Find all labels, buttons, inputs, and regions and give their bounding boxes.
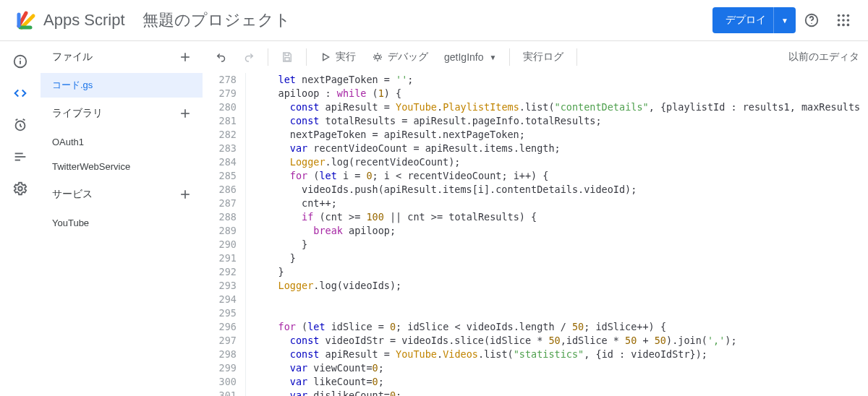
- execution-log-button[interactable]: 実行ログ: [516, 44, 571, 70]
- library-item[interactable]: TwitterWebService: [41, 154, 203, 178]
- gear-icon: [12, 181, 28, 197]
- line-number: 289: [203, 224, 237, 238]
- file-item-code-gs[interactable]: コード.gs: [41, 73, 203, 98]
- editor-toolbar: 実行 デバッグ getIgInfo ▼ 実行ログ 以前のエディタ: [203, 41, 868, 73]
- line-number: 294: [203, 293, 237, 306]
- function-select[interactable]: getIgInfo ▼: [437, 51, 503, 63]
- play-icon: [320, 51, 331, 63]
- code-line[interactable]: }: [255, 238, 868, 251]
- libraries-header: ライブラリ: [41, 98, 203, 129]
- code-editor[interactable]: 2782792802812822832842852862872882892902…: [203, 73, 868, 396]
- legacy-editor-link[interactable]: 以前のエディタ: [788, 51, 862, 64]
- line-number: 298: [203, 348, 237, 361]
- svg-point-2: [838, 14, 841, 17]
- toolbar-separator: [576, 48, 577, 66]
- svg-point-8: [838, 24, 841, 27]
- rail-triggers[interactable]: [6, 111, 35, 139]
- save-icon: [281, 51, 294, 64]
- line-number: 286: [203, 183, 237, 197]
- code-line[interactable]: const apiResult = YouTube.PlaylistItems.…: [255, 100, 868, 114]
- code-line[interactable]: var recentVideoCount = apiResult.items.l…: [255, 142, 868, 155]
- svg-point-27: [375, 55, 379, 59]
- help-button[interactable]: [796, 4, 827, 36]
- svg-point-9: [842, 24, 845, 27]
- debug-icon: [372, 51, 383, 63]
- line-number: 296: [203, 320, 237, 334]
- add-file-button[interactable]: [175, 47, 195, 67]
- apps-script-logo-icon: [14, 9, 38, 32]
- svg-point-4: [847, 14, 850, 17]
- left-rail: [0, 40, 41, 396]
- code-line[interactable]: var viewCount=0;: [255, 361, 868, 375]
- code-line[interactable]: const videoIdStr = videoIds.slice(idSlic…: [255, 334, 868, 348]
- plus-icon: [178, 50, 192, 64]
- debug-label: デバッグ: [388, 51, 428, 64]
- code-line[interactable]: var likeCount=0;: [255, 375, 868, 389]
- apps-launcher-button[interactable]: [827, 4, 859, 36]
- plus-icon: [178, 187, 192, 202]
- toolbar-separator: [509, 48, 510, 66]
- debug-button[interactable]: デバッグ: [365, 44, 435, 70]
- line-number: 299: [203, 361, 237, 375]
- code-icon: [12, 85, 28, 101]
- svg-point-5: [838, 19, 841, 22]
- code-line[interactable]: [255, 293, 868, 306]
- line-number: 297: [203, 334, 237, 348]
- rail-editor[interactable]: [6, 79, 35, 108]
- apps-grid-icon: [835, 12, 851, 28]
- code-line[interactable]: for (let idSlice = 0; idSlice < videoIds…: [255, 320, 868, 334]
- service-item[interactable]: YouTube: [41, 210, 203, 235]
- files-header: ファイル: [41, 41, 203, 73]
- line-number: 301: [203, 389, 237, 396]
- code-line[interactable]: cnt++;: [255, 197, 868, 210]
- deploy-divider: [773, 7, 774, 33]
- redo-button[interactable]: [236, 44, 262, 70]
- code-line[interactable]: [255, 306, 868, 320]
- code-line[interactable]: apiloop : while (1) {: [255, 87, 868, 100]
- files-label: ファイル: [52, 51, 93, 64]
- line-number: 280: [203, 100, 237, 114]
- line-number: 278: [203, 73, 237, 87]
- project-title[interactable]: 無題のプロジェクト: [142, 9, 291, 31]
- rail-settings[interactable]: [6, 174, 35, 203]
- services-label: サービス: [52, 188, 93, 201]
- code-line[interactable]: const apiResult = YouTube.Videos.list("s…: [255, 348, 868, 361]
- editor-pane: 実行 デバッグ getIgInfo ▼ 実行ログ 以前のエディタ 2782792…: [203, 40, 868, 396]
- code-line[interactable]: break apiloop;: [255, 224, 868, 238]
- code-line[interactable]: let nextPageToken = '';: [255, 73, 868, 87]
- code-line[interactable]: Logger.log(videoIds);: [255, 279, 868, 293]
- line-number: 293: [203, 279, 237, 293]
- rail-overview[interactable]: [6, 47, 35, 76]
- code-content[interactable]: let nextPageToken = ''; apiloop : while …: [246, 73, 868, 396]
- undo-button[interactable]: [208, 44, 234, 70]
- code-line[interactable]: Logger.log(recentVideoCount);: [255, 155, 868, 169]
- library-item[interactable]: OAuth1: [41, 129, 203, 154]
- code-line[interactable]: }: [255, 251, 868, 265]
- services-header: サービス: [41, 178, 203, 210]
- code-line[interactable]: nextPageToken = apiResult.nextPageToken;: [255, 128, 868, 142]
- app-logo[interactable]: Apps Script: [14, 9, 125, 32]
- code-line[interactable]: const totalResults = apiResult.pageInfo.…: [255, 114, 868, 128]
- line-number: 290: [203, 238, 237, 251]
- code-line[interactable]: for (let i = 0; i < recentVideoCount; i+…: [255, 169, 868, 183]
- line-number: 282: [203, 128, 237, 142]
- caret-down-icon: ▼: [781, 17, 788, 25]
- code-line[interactable]: videoIds.push(apiResult.items[i].content…: [255, 183, 868, 197]
- code-line[interactable]: }: [255, 265, 868, 279]
- toolbar-separator: [306, 48, 307, 66]
- add-service-button[interactable]: [175, 184, 195, 205]
- rail-executions[interactable]: [6, 142, 35, 171]
- function-selected: getIgInfo: [444, 51, 484, 63]
- svg-point-3: [842, 14, 845, 17]
- deploy-button[interactable]: デプロイ ▼: [712, 7, 796, 33]
- line-number: 281: [203, 114, 237, 128]
- run-button[interactable]: 実行: [312, 44, 363, 70]
- line-number: 287: [203, 197, 237, 210]
- svg-point-13: [20, 58, 21, 59]
- code-line[interactable]: if (cnt >= 100 || cnt >= totalResults) {: [255, 210, 868, 224]
- code-line[interactable]: var dislikeCount=0;: [255, 389, 868, 396]
- add-library-button[interactable]: [175, 103, 195, 124]
- save-button[interactable]: [274, 44, 300, 70]
- line-number: 300: [203, 375, 237, 389]
- line-number: 285: [203, 169, 237, 183]
